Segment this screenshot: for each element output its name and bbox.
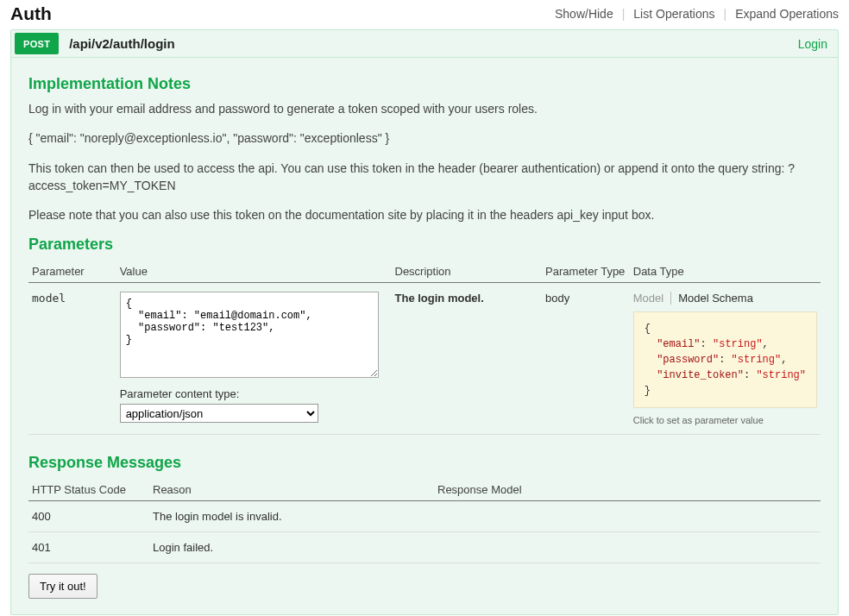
col-parameter: Parameter (28, 261, 116, 283)
separator: | (622, 7, 626, 21)
status-model (434, 532, 821, 563)
section-links: Show/Hide | List Operations | Expand Ope… (555, 7, 839, 21)
status-code: 400 (28, 501, 149, 532)
tab-model-schema[interactable]: Model Schema (670, 292, 760, 305)
tab-model[interactable]: Model (633, 292, 670, 305)
implementation-notes-heading: Implementation Notes (28, 75, 821, 93)
col-value: Value (116, 261, 392, 283)
parameters-table: Parameter Value Description Parameter Ty… (28, 261, 821, 435)
operation-path[interactable]: /api/v2/auth/login (69, 36, 175, 51)
status-code: 401 (28, 532, 149, 563)
status-reason: The login model is invalid. (149, 501, 434, 532)
content-type-label: Parameter content type: (120, 387, 388, 400)
http-method-badge: POST (15, 33, 59, 54)
schema-hint: Click to set as parameter value (633, 415, 817, 425)
param-value-cell: Parameter content type: application/json (116, 283, 392, 435)
parameters-heading: Parameters (28, 236, 821, 254)
operation: POST /api/v2/auth/login Login Implementa… (10, 29, 839, 615)
try-it-out-button[interactable]: Try it out! (28, 574, 97, 599)
show-hide-link[interactable]: Show/Hide (555, 7, 613, 21)
response-messages-heading: Response Messages (28, 454, 821, 472)
implementation-notes: Log in with your email address and passw… (28, 100, 821, 223)
data-type-tabs: ModelModel Schema (633, 292, 817, 305)
param-description: The login model. (392, 283, 543, 435)
param-name: model (28, 283, 116, 435)
table-row: 400 The login model is invalid. (28, 501, 821, 532)
param-data-type: ModelModel Schema { "email": "string", "… (630, 283, 821, 435)
status-model (434, 501, 821, 532)
col-response-model: Response Model (434, 479, 821, 501)
notes-line: { "email": "noreply@exceptionless.io", "… (28, 129, 821, 147)
operation-header[interactable]: POST /api/v2/auth/login Login (11, 30, 838, 57)
operation-name[interactable]: Login (798, 37, 827, 51)
col-data-type: Data Type (630, 261, 821, 283)
param-value-input[interactable] (120, 292, 379, 378)
notes-line: Log in with your email address and passw… (28, 100, 821, 117)
param-type: body (542, 283, 630, 435)
list-operations-link[interactable]: List Operations (633, 7, 714, 21)
col-status-code: HTTP Status Code (28, 479, 149, 501)
section-header: Auth Show/Hide | List Operations | Expan… (10, 0, 839, 29)
table-row: 401 Login failed. (28, 532, 821, 563)
content-type-select[interactable]: application/json (120, 404, 318, 423)
response-messages-table: HTTP Status Code Reason Response Model 4… (28, 479, 821, 563)
section-title[interactable]: Auth (10, 3, 52, 24)
status-reason: Login failed. (149, 532, 434, 563)
operation-body: Implementation Notes Log in with your em… (11, 57, 838, 614)
expand-operations-link[interactable]: Expand Operations (735, 7, 839, 21)
col-description: Description (392, 261, 543, 283)
notes-line: Please note that you can also use this t… (28, 206, 821, 223)
table-row: model Parameter content type: applicatio… (28, 283, 821, 435)
separator: | (724, 7, 727, 21)
col-reason: Reason (149, 479, 434, 501)
model-schema-box[interactable]: { "email": "string", "password": "string… (633, 311, 817, 408)
col-param-type: Parameter Type (542, 261, 630, 283)
notes-line: This token can then be used to access th… (28, 160, 821, 195)
